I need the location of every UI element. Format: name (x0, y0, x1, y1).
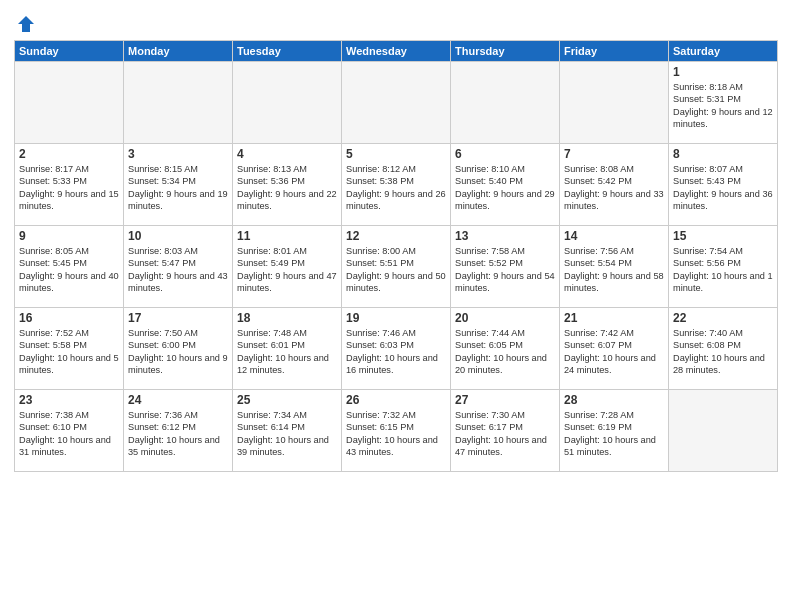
day-number: 20 (455, 311, 555, 325)
day-info: Sunrise: 7:38 AM Sunset: 6:10 PM Dayligh… (19, 409, 119, 459)
day-info: Sunrise: 7:32 AM Sunset: 6:15 PM Dayligh… (346, 409, 446, 459)
day-info: Sunrise: 7:36 AM Sunset: 6:12 PM Dayligh… (128, 409, 228, 459)
day-number: 16 (19, 311, 119, 325)
day-number: 8 (673, 147, 773, 161)
day-info: Sunrise: 8:08 AM Sunset: 5:42 PM Dayligh… (564, 163, 664, 213)
day-number: 21 (564, 311, 664, 325)
header-area (14, 10, 778, 34)
calendar-cell: 17Sunrise: 7:50 AM Sunset: 6:00 PM Dayli… (124, 308, 233, 390)
day-info: Sunrise: 7:58 AM Sunset: 5:52 PM Dayligh… (455, 245, 555, 295)
day-number: 18 (237, 311, 337, 325)
calendar-cell: 19Sunrise: 7:46 AM Sunset: 6:03 PM Dayli… (342, 308, 451, 390)
calendar-cell: 21Sunrise: 7:42 AM Sunset: 6:07 PM Dayli… (560, 308, 669, 390)
day-info: Sunrise: 8:18 AM Sunset: 5:31 PM Dayligh… (673, 81, 773, 131)
calendar-cell: 22Sunrise: 7:40 AM Sunset: 6:08 PM Dayli… (669, 308, 778, 390)
calendar-cell: 14Sunrise: 7:56 AM Sunset: 5:54 PM Dayli… (560, 226, 669, 308)
calendar-cell: 26Sunrise: 7:32 AM Sunset: 6:15 PM Dayli… (342, 390, 451, 472)
week-row-1: 1Sunrise: 8:18 AM Sunset: 5:31 PM Daylig… (15, 62, 778, 144)
calendar-cell: 10Sunrise: 8:03 AM Sunset: 5:47 PM Dayli… (124, 226, 233, 308)
calendar-cell (15, 62, 124, 144)
day-info: Sunrise: 8:17 AM Sunset: 5:33 PM Dayligh… (19, 163, 119, 213)
calendar-cell (669, 390, 778, 472)
calendar-cell: 20Sunrise: 7:44 AM Sunset: 6:05 PM Dayli… (451, 308, 560, 390)
day-info: Sunrise: 8:15 AM Sunset: 5:34 PM Dayligh… (128, 163, 228, 213)
calendar-cell: 28Sunrise: 7:28 AM Sunset: 6:19 PM Dayli… (560, 390, 669, 472)
day-info: Sunrise: 7:28 AM Sunset: 6:19 PM Dayligh… (564, 409, 664, 459)
logo-icon (16, 14, 36, 34)
day-info: Sunrise: 7:50 AM Sunset: 6:00 PM Dayligh… (128, 327, 228, 377)
day-number: 15 (673, 229, 773, 243)
calendar-cell: 13Sunrise: 7:58 AM Sunset: 5:52 PM Dayli… (451, 226, 560, 308)
weekday-header-wednesday: Wednesday (342, 41, 451, 62)
day-info: Sunrise: 8:03 AM Sunset: 5:47 PM Dayligh… (128, 245, 228, 295)
day-info: Sunrise: 7:48 AM Sunset: 6:01 PM Dayligh… (237, 327, 337, 377)
calendar-cell (342, 62, 451, 144)
calendar-cell: 2Sunrise: 8:17 AM Sunset: 5:33 PM Daylig… (15, 144, 124, 226)
calendar-cell (560, 62, 669, 144)
calendar-cell: 11Sunrise: 8:01 AM Sunset: 5:49 PM Dayli… (233, 226, 342, 308)
logo (14, 14, 36, 34)
day-number: 12 (346, 229, 446, 243)
day-number: 28 (564, 393, 664, 407)
day-number: 25 (237, 393, 337, 407)
day-number: 4 (237, 147, 337, 161)
calendar-cell: 9Sunrise: 8:05 AM Sunset: 5:45 PM Daylig… (15, 226, 124, 308)
day-number: 23 (19, 393, 119, 407)
day-info: Sunrise: 8:05 AM Sunset: 5:45 PM Dayligh… (19, 245, 119, 295)
day-info: Sunrise: 8:13 AM Sunset: 5:36 PM Dayligh… (237, 163, 337, 213)
day-number: 1 (673, 65, 773, 79)
day-number: 24 (128, 393, 228, 407)
weekday-header-saturday: Saturday (669, 41, 778, 62)
calendar-cell: 16Sunrise: 7:52 AM Sunset: 5:58 PM Dayli… (15, 308, 124, 390)
weekday-header-friday: Friday (560, 41, 669, 62)
day-number: 19 (346, 311, 446, 325)
day-info: Sunrise: 7:54 AM Sunset: 5:56 PM Dayligh… (673, 245, 773, 295)
week-row-4: 16Sunrise: 7:52 AM Sunset: 5:58 PM Dayli… (15, 308, 778, 390)
calendar-table: SundayMondayTuesdayWednesdayThursdayFrid… (14, 40, 778, 472)
calendar-page: SundayMondayTuesdayWednesdayThursdayFrid… (0, 0, 792, 612)
day-info: Sunrise: 8:00 AM Sunset: 5:51 PM Dayligh… (346, 245, 446, 295)
day-number: 26 (346, 393, 446, 407)
day-number: 9 (19, 229, 119, 243)
calendar-cell (124, 62, 233, 144)
week-row-5: 23Sunrise: 7:38 AM Sunset: 6:10 PM Dayli… (15, 390, 778, 472)
calendar-cell: 27Sunrise: 7:30 AM Sunset: 6:17 PM Dayli… (451, 390, 560, 472)
day-info: Sunrise: 8:07 AM Sunset: 5:43 PM Dayligh… (673, 163, 773, 213)
day-info: Sunrise: 7:42 AM Sunset: 6:07 PM Dayligh… (564, 327, 664, 377)
day-info: Sunrise: 8:01 AM Sunset: 5:49 PM Dayligh… (237, 245, 337, 295)
calendar-cell: 18Sunrise: 7:48 AM Sunset: 6:01 PM Dayli… (233, 308, 342, 390)
day-number: 27 (455, 393, 555, 407)
calendar-cell: 24Sunrise: 7:36 AM Sunset: 6:12 PM Dayli… (124, 390, 233, 472)
day-info: Sunrise: 7:40 AM Sunset: 6:08 PM Dayligh… (673, 327, 773, 377)
day-number: 22 (673, 311, 773, 325)
day-info: Sunrise: 8:10 AM Sunset: 5:40 PM Dayligh… (455, 163, 555, 213)
calendar-cell: 8Sunrise: 8:07 AM Sunset: 5:43 PM Daylig… (669, 144, 778, 226)
day-number: 17 (128, 311, 228, 325)
calendar-cell (451, 62, 560, 144)
calendar-cell: 6Sunrise: 8:10 AM Sunset: 5:40 PM Daylig… (451, 144, 560, 226)
calendar-cell: 12Sunrise: 8:00 AM Sunset: 5:51 PM Dayli… (342, 226, 451, 308)
day-number: 6 (455, 147, 555, 161)
weekday-header-monday: Monday (124, 41, 233, 62)
calendar-cell: 1Sunrise: 8:18 AM Sunset: 5:31 PM Daylig… (669, 62, 778, 144)
day-number: 2 (19, 147, 119, 161)
calendar-cell: 23Sunrise: 7:38 AM Sunset: 6:10 PM Dayli… (15, 390, 124, 472)
day-number: 13 (455, 229, 555, 243)
svg-marker-0 (18, 16, 34, 32)
day-info: Sunrise: 7:46 AM Sunset: 6:03 PM Dayligh… (346, 327, 446, 377)
weekday-header-tuesday: Tuesday (233, 41, 342, 62)
weekday-header-sunday: Sunday (15, 41, 124, 62)
day-number: 14 (564, 229, 664, 243)
day-number: 3 (128, 147, 228, 161)
day-number: 11 (237, 229, 337, 243)
day-info: Sunrise: 7:56 AM Sunset: 5:54 PM Dayligh… (564, 245, 664, 295)
calendar-cell: 5Sunrise: 8:12 AM Sunset: 5:38 PM Daylig… (342, 144, 451, 226)
week-row-3: 9Sunrise: 8:05 AM Sunset: 5:45 PM Daylig… (15, 226, 778, 308)
calendar-cell: 3Sunrise: 8:15 AM Sunset: 5:34 PM Daylig… (124, 144, 233, 226)
day-number: 7 (564, 147, 664, 161)
calendar-cell (233, 62, 342, 144)
calendar-cell: 25Sunrise: 7:34 AM Sunset: 6:14 PM Dayli… (233, 390, 342, 472)
calendar-cell: 15Sunrise: 7:54 AM Sunset: 5:56 PM Dayli… (669, 226, 778, 308)
day-info: Sunrise: 8:12 AM Sunset: 5:38 PM Dayligh… (346, 163, 446, 213)
day-number: 10 (128, 229, 228, 243)
